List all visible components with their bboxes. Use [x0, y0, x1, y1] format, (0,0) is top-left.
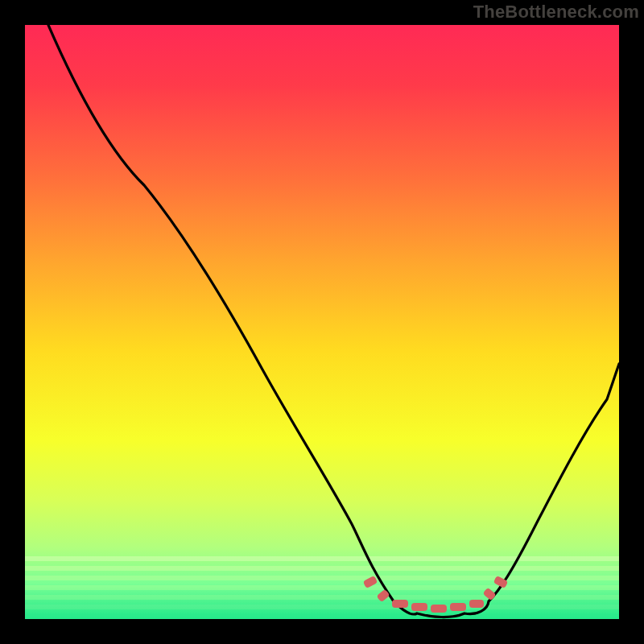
- svg-rect-6: [25, 614, 619, 619]
- chart-container: TheBottleneck.com: [0, 0, 644, 644]
- svg-rect-5: [25, 605, 619, 609]
- plot-area: [25, 25, 619, 619]
- gradient-bg: [25, 25, 619, 619]
- svg-rect-2: [25, 576, 619, 580]
- svg-rect-0: [25, 556, 619, 561]
- trough-dash: [450, 603, 466, 611]
- watermark-text: TheBottleneck.com: [473, 2, 639, 23]
- trough-dash: [411, 603, 427, 611]
- trough-dash: [469, 600, 484, 608]
- svg-rect-4: [25, 595, 619, 600]
- svg-rect-1: [25, 566, 619, 571]
- trough-dash: [392, 600, 408, 608]
- svg-rect-3: [25, 585, 619, 590]
- plot-svg: [25, 25, 619, 619]
- trough-dash: [431, 605, 447, 613]
